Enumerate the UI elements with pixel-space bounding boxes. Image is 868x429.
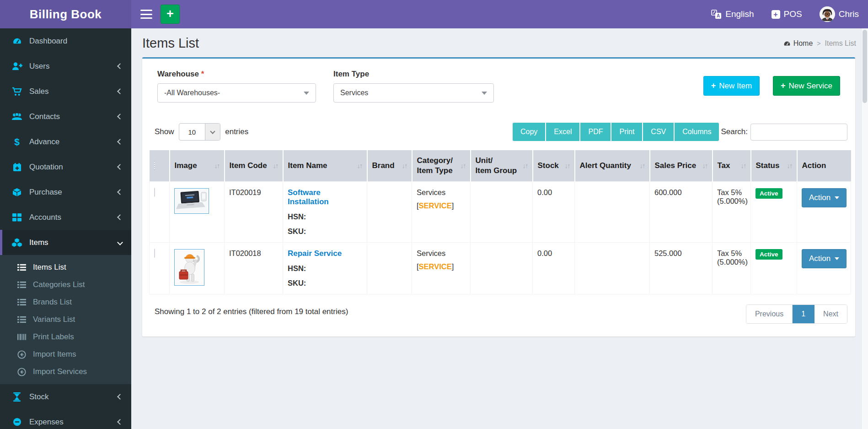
sidebar-item-users[interactable]: Users: [0, 54, 131, 79]
app-logo[interactable]: Billing Book: [0, 0, 131, 28]
row-checkbox[interactable]: [154, 188, 155, 197]
item-name-link[interactable]: Software Installation: [288, 188, 362, 206]
pagination-next[interactable]: Next: [814, 305, 847, 323]
warehouse-select[interactable]: -All Warehouses-: [157, 83, 316, 103]
list-icon: [16, 316, 27, 323]
column-image[interactable]: Image: [170, 150, 225, 181]
page-length-control: Show 10 entries: [150, 123, 248, 141]
arrow-circle-left-icon: [16, 368, 27, 376]
entries-label: entries: [225, 127, 248, 136]
sidebar-item-label: Import Items: [33, 350, 76, 359]
column-stock[interactable]: Stock: [533, 150, 575, 181]
print-button[interactable]: Print: [611, 123, 642, 141]
scrollbar[interactable]: [861, 28, 868, 429]
sidebar-item-dashboard[interactable]: Dashboard: [0, 28, 131, 54]
sidebar-item-purchase[interactable]: Purchase: [0, 179, 131, 205]
columns-button[interactable]: Columns: [675, 123, 719, 141]
excel-button[interactable]: Excel: [546, 123, 579, 141]
column-item-code[interactable]: Item Code: [225, 150, 283, 181]
column-tax[interactable]: Tax: [713, 150, 751, 181]
copy-button[interactable]: Copy: [513, 123, 545, 141]
column-category[interactable]: Category/ Item Type: [412, 150, 471, 181]
language-label: English: [725, 9, 754, 19]
action-dropdown-button[interactable]: Action: [802, 249, 847, 268]
sidebar-item-stock[interactable]: Stock: [0, 384, 131, 409]
sidebar-item-categories-list[interactable]: Categories List: [0, 276, 131, 293]
sidebar-item-import-services[interactable]: Import Services: [0, 363, 131, 380]
sidebar-item-print-labels[interactable]: Print Labels: [0, 328, 131, 346]
app-title: Billing Book: [30, 7, 102, 22]
sort-icon[interactable]: [702, 162, 707, 169]
sort-icon[interactable]: [741, 162, 746, 169]
sort-icon[interactable]: [357, 162, 362, 169]
column-alert-quantity[interactable]: Alert Quantity: [575, 150, 650, 181]
pdf-button[interactable]: PDF: [580, 123, 611, 141]
sidebar-item-label: Expenses: [29, 418, 64, 427]
csv-button[interactable]: CSV: [643, 123, 674, 141]
column-sales-price[interactable]: Sales Price: [650, 150, 713, 181]
column-status[interactable]: Status: [751, 150, 797, 181]
chevron-down-icon: [482, 92, 487, 95]
page-length-select[interactable]: 10: [179, 123, 221, 141]
sort-icon[interactable]: [565, 162, 570, 169]
sidebar-item-label: Brands List: [33, 298, 72, 307]
pos-button[interactable]: + POS: [772, 9, 802, 19]
sidebar-item-items-list[interactable]: Items List: [0, 259, 131, 276]
pos-label: POS: [784, 9, 802, 19]
row-checkbox[interactable]: [154, 249, 155, 258]
top-navbar: Billing Book + A English + POS: [0, 0, 868, 28]
chevron-left-icon: [117, 214, 123, 220]
column-brand[interactable]: Brand: [367, 150, 412, 181]
sidebar-toggle-button[interactable]: [140, 10, 152, 19]
language-icon: A: [711, 10, 722, 19]
sidebar-item-brands-list[interactable]: Brands List: [0, 293, 131, 311]
sidebar-item-sales[interactable]: Sales: [0, 79, 131, 104]
new-item-button[interactable]: + New Item: [703, 76, 760, 96]
list-icon: [16, 299, 27, 306]
sidebar-item-advance[interactable]: $ Advance: [0, 129, 131, 154]
language-menu[interactable]: A English: [711, 9, 754, 19]
item-name-link[interactable]: Repair Service: [288, 249, 342, 258]
sort-icon[interactable]: [402, 162, 407, 169]
barcode-icon: [16, 333, 27, 341]
pagination-previous[interactable]: Previous: [746, 305, 793, 323]
plus-square-icon: +: [772, 10, 780, 19]
quick-add-button[interactable]: +: [161, 5, 180, 24]
sidebar-item-accounts[interactable]: Accounts: [0, 205, 131, 230]
sidebar-item-quotation[interactable]: Quotation: [0, 154, 131, 179]
select-all-checkbox[interactable]: [154, 161, 155, 170]
plus-icon: +: [711, 81, 716, 91]
sort-icon[interactable]: [461, 162, 466, 169]
sort-icon[interactable]: [214, 162, 220, 169]
column-action: Action: [797, 150, 851, 181]
item-image-laptop[interactable]: [174, 188, 209, 214]
sidebar-item-contacts[interactable]: Contacts: [0, 104, 131, 129]
sidebar-item-import-items[interactable]: Import Items: [0, 346, 131, 363]
user-plus-icon: [11, 62, 23, 71]
sidebar-item-label: Advance: [29, 137, 59, 147]
item-image-repair-service[interactable]: [174, 249, 204, 286]
sort-icon[interactable]: [640, 162, 645, 169]
sidebar-item-label: Dashboard: [29, 37, 67, 46]
warehouse-label: Warehouse *: [157, 70, 316, 79]
column-item-name[interactable]: Item Name: [283, 150, 367, 181]
sidebar-item-items[interactable]: Items: [0, 230, 131, 255]
new-service-button[interactable]: + New Service: [773, 76, 840, 96]
chevron-left-icon: [117, 139, 123, 145]
scrollbar-thumb[interactable]: [863, 30, 867, 103]
breadcrumb-home[interactable]: Home: [783, 39, 813, 48]
sort-icon[interactable]: [523, 162, 528, 169]
sort-icon[interactable]: [787, 162, 792, 169]
sidebar-item-expenses[interactable]: Expenses: [0, 409, 131, 429]
action-dropdown-button[interactable]: Action: [802, 188, 847, 207]
sidebar-item-label: Purchase: [29, 188, 62, 197]
item-code: IT020019: [229, 188, 261, 196]
pagination-page-1[interactable]: 1: [793, 305, 814, 323]
sidebar-item-label: Import Services: [33, 367, 87, 376]
sidebar-item-variants-list[interactable]: Variants List: [0, 311, 131, 328]
column-unit[interactable]: Unit/ Item Group: [471, 150, 533, 181]
user-menu[interactable]: Chris: [820, 6, 859, 22]
sort-icon[interactable]: [273, 162, 278, 169]
table-search-input[interactable]: [750, 124, 847, 141]
item-type-select[interactable]: Services: [333, 83, 494, 103]
